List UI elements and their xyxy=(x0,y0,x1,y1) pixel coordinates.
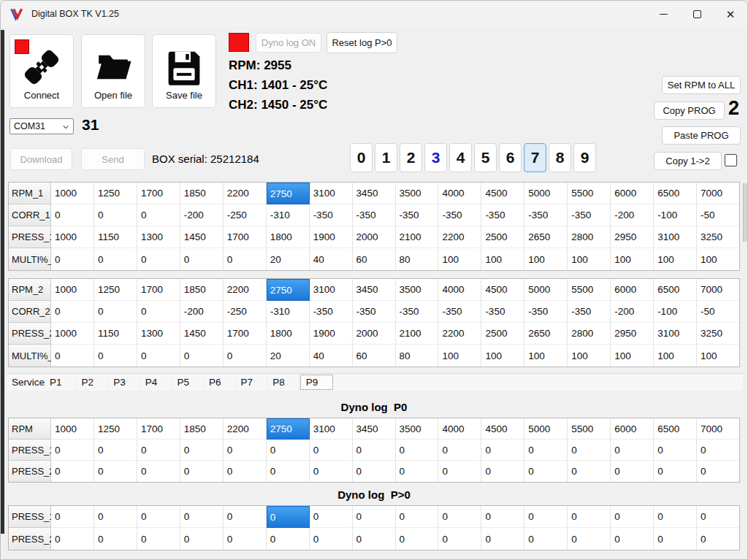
table-cell[interactable]: 0 xyxy=(611,506,654,528)
table-cell[interactable]: 2750 xyxy=(267,183,310,204)
table-cell[interactable]: -100 xyxy=(654,204,697,226)
table-cell[interactable]: 1300 xyxy=(137,226,180,248)
table-cell[interactable]: 4500 xyxy=(481,418,524,440)
table-cell[interactable]: 0 xyxy=(353,528,396,550)
table-cell[interactable]: 2500 xyxy=(481,226,524,248)
table-cell[interactable]: 80 xyxy=(396,345,439,367)
table-cell[interactable]: 0 xyxy=(568,528,611,550)
table-cell[interactable]: -200 xyxy=(180,204,224,226)
table-cell[interactable]: 0 xyxy=(481,506,524,528)
digit-button-1[interactable]: 1 xyxy=(375,143,397,172)
table-cell[interactable]: 0 xyxy=(94,204,137,226)
table-cell[interactable]: 80 xyxy=(396,248,439,270)
table-cell[interactable]: 6000 xyxy=(611,279,654,301)
table-cell[interactable]: 100 xyxy=(697,345,739,367)
digit-button-0[interactable]: 0 xyxy=(350,143,373,172)
table-cell[interactable]: 1850 xyxy=(180,279,224,301)
table-cell[interactable]: 0 xyxy=(353,461,396,482)
table-cell[interactable]: 0 xyxy=(697,461,739,482)
table-cell[interactable]: 0 xyxy=(94,345,137,367)
table-cell[interactable]: 0 xyxy=(94,528,137,550)
table-cell[interactable]: 0 xyxy=(137,345,180,367)
digit-button-5[interactable]: 5 xyxy=(474,143,497,172)
table-cell[interactable]: 0 xyxy=(180,440,224,461)
tab-p4[interactable]: P4 xyxy=(140,375,172,391)
table-cell[interactable]: 6000 xyxy=(611,418,654,440)
digit-button-2[interactable]: 2 xyxy=(400,143,422,172)
table-cell[interactable]: 0 xyxy=(267,440,310,461)
table-cell[interactable]: 3450 xyxy=(353,183,396,204)
download-button[interactable]: Download xyxy=(10,148,72,170)
minimize-icon[interactable] xyxy=(646,1,680,27)
table-cell[interactable]: -200 xyxy=(180,301,224,323)
table-cell[interactable]: 100 xyxy=(524,248,568,270)
table-cell[interactable]: 6500 xyxy=(654,418,697,440)
table-cell[interactable]: 5000 xyxy=(524,418,568,440)
tab-p9[interactable]: P9 xyxy=(300,375,333,390)
table-cell[interactable]: 0 xyxy=(267,461,310,482)
table-cell[interactable]: 0 xyxy=(137,461,180,482)
table-cell[interactable]: 0 xyxy=(524,528,568,550)
table-cell[interactable]: 1250 xyxy=(94,183,137,204)
table-cell[interactable]: 1250 xyxy=(94,279,137,301)
table-cell[interactable]: 3100 xyxy=(310,418,353,440)
table-cell[interactable]: -310 xyxy=(267,204,310,226)
table-cell[interactable]: 0 xyxy=(180,345,224,367)
table-cell[interactable]: 0 xyxy=(137,204,180,226)
table-cell[interactable]: 3100 xyxy=(654,323,697,345)
table-cell[interactable]: 2100 xyxy=(396,323,439,345)
table-cell[interactable]: 7000 xyxy=(697,279,739,301)
table-cell[interactable]: 1850 xyxy=(180,418,224,440)
table-cell[interactable]: 5500 xyxy=(568,183,611,204)
table-cell[interactable]: 2200 xyxy=(224,279,267,301)
table-cell[interactable]: 2750 xyxy=(267,279,310,301)
connect-button[interactable]: Connect xyxy=(9,34,74,108)
table-cell[interactable]: 3250 xyxy=(697,323,739,345)
digit-button-6[interactable]: 6 xyxy=(499,143,522,172)
table-cell[interactable]: 2950 xyxy=(611,226,654,248)
table-cell[interactable]: -50 xyxy=(697,204,739,226)
table-cell[interactable]: 0 xyxy=(353,440,396,461)
table-cell[interactable]: 0 xyxy=(438,506,481,528)
table-cell[interactable]: 0 xyxy=(94,301,137,323)
table-cell[interactable]: -350 xyxy=(524,204,568,226)
table-cell[interactable]: 3450 xyxy=(353,279,396,301)
table-cell[interactable]: 4500 xyxy=(481,279,524,301)
table-cell[interactable]: 1900 xyxy=(310,226,353,248)
table-cell[interactable]: 0 xyxy=(396,461,439,482)
table-cell[interactable]: -350 xyxy=(353,301,396,323)
digit-button-8[interactable]: 8 xyxy=(549,143,571,172)
table-cell[interactable]: 2750 xyxy=(267,418,310,440)
table-cell[interactable]: 2000 xyxy=(353,323,396,345)
tab-p2[interactable]: P2 xyxy=(77,375,109,391)
table-cell[interactable]: 0 xyxy=(51,506,94,528)
digit-button-7[interactable]: 7 xyxy=(524,143,546,172)
table-cell[interactable]: -350 xyxy=(310,204,353,226)
table-cell[interactable]: -50 xyxy=(697,301,739,323)
table-cell[interactable]: 2200 xyxy=(438,226,481,248)
table-cell[interactable]: 0 xyxy=(310,528,353,550)
table-cell[interactable]: 1700 xyxy=(137,418,180,440)
table-cell[interactable]: 6500 xyxy=(654,279,697,301)
table-cell[interactable]: 2200 xyxy=(224,418,267,440)
table-cell[interactable]: 60 xyxy=(353,248,396,270)
scrollbar-fragment[interactable] xyxy=(743,183,747,242)
table-cell[interactable]: 0 xyxy=(224,528,267,550)
maximize-icon[interactable] xyxy=(680,1,714,27)
table-cell[interactable]: 100 xyxy=(611,345,654,367)
table-cell[interactable]: 0 xyxy=(697,528,739,550)
table-cell[interactable]: 0 xyxy=(94,248,137,270)
table-cell[interactable]: 0 xyxy=(51,248,94,270)
table-cell[interactable]: 3450 xyxy=(353,418,396,440)
table-cell[interactable]: -350 xyxy=(438,301,481,323)
table-cell[interactable]: 0 xyxy=(180,528,224,550)
table-cell[interactable]: 40 xyxy=(310,248,353,270)
table-cell[interactable]: -350 xyxy=(396,204,439,226)
table-cell[interactable]: 2800 xyxy=(568,323,611,345)
table-cell[interactable]: 0 xyxy=(51,301,94,323)
table-cell[interactable]: 0 xyxy=(353,506,396,528)
table-cell[interactable]: 2100 xyxy=(396,226,439,248)
table-cell[interactable]: 4000 xyxy=(438,418,481,440)
table-cell[interactable]: 0 xyxy=(224,506,267,528)
table-cell[interactable]: 0 xyxy=(611,528,654,550)
